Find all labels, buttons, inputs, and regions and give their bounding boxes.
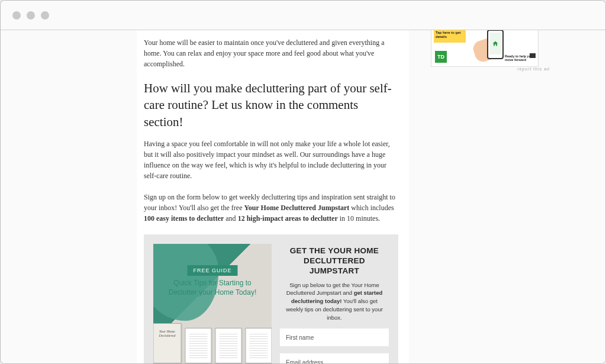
ad-cta-label: Tap here to get details	[434, 30, 466, 43]
browser-chrome	[1, 1, 605, 30]
promo-worksheet-2	[215, 328, 242, 363]
viewport: Your home will be easier to maintain onc…	[1, 30, 605, 363]
ad-phone-illustration	[487, 30, 504, 59]
jumpstart-name: Your Home Decluttered Jumpstart	[244, 204, 349, 212]
window-dot-1	[12, 11, 21, 20]
signup-card: FREE GUIDE Quick Tips for Starting to De…	[144, 234, 398, 363]
form-subtext: Sign up below to get the Your Home Declu…	[280, 281, 389, 322]
td-logo: TD	[435, 51, 447, 63]
browser-frame: Your home will be easier to maintain onc…	[0, 0, 606, 364]
form-heading: GET THE YOUR HOME DECLUTTERED JUMPSTART	[280, 246, 389, 276]
email-placeholder: Email address	[286, 359, 323, 363]
promo-worksheet-1	[185, 328, 212, 363]
ad-decorative-icon	[530, 53, 536, 58]
benefit-1: 100 easy items to declutter	[144, 214, 224, 223]
window-dot-3	[41, 11, 49, 20]
ad-phone-screen	[489, 33, 501, 54]
benefit-2: 12 high-impact areas to declutter	[238, 214, 338, 223]
signup-text-g: in 10 minutes.	[338, 214, 380, 223]
article-column: Your home will be easier to maintain onc…	[144, 30, 398, 363]
cover-title: Your Home Decluttered	[156, 330, 179, 338]
signup-text-e: and	[224, 214, 237, 223]
promo-title: Quick Tips for Starting to Declutter you…	[159, 278, 266, 297]
paragraph-comfort: Having a space you feel comfortable in w…	[144, 138, 398, 181]
email-input[interactable]: Email address	[280, 353, 389, 363]
report-ad-link[interactable]: report this ad	[517, 67, 550, 71]
free-guide-badge: FREE GUIDE	[187, 265, 237, 276]
sidebar: Tap here to get details TD Ready to help…	[431, 30, 541, 67]
promo-cover-page: Your Home Decluttered	[153, 323, 182, 363]
signup-text-c: which includes	[349, 204, 394, 212]
paragraph-intro: Your home will be easier to maintain onc…	[144, 37, 398, 69]
first-name-input[interactable]: First name	[280, 328, 389, 346]
first-name-placeholder: First name	[286, 334, 314, 341]
window-dot-2	[27, 11, 35, 20]
promo-pages: Your Home Decluttered	[153, 323, 272, 363]
signup-form: GET THE YOUR HOME DECLUTTERED JUMPSTART …	[280, 244, 389, 363]
sidebar-ad[interactable]: Tap here to get details TD Ready to help…	[431, 30, 539, 67]
house-icon	[492, 40, 499, 47]
promo-image: FREE GUIDE Quick Tips for Starting to De…	[153, 244, 272, 363]
promo-worksheet-3	[246, 328, 272, 363]
paragraph-signup: Sign up on the form below to get weekly …	[144, 192, 398, 224]
section-heading: How will you make decluttering part of y…	[144, 80, 398, 130]
